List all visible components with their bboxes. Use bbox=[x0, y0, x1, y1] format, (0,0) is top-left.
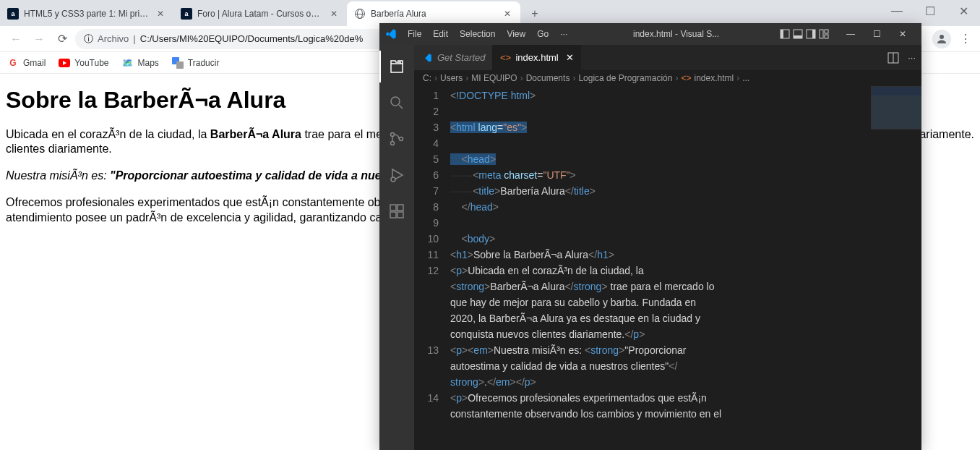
minimize-button[interactable]: — bbox=[838, 23, 864, 45]
menu-selection[interactable]: Selection bbox=[455, 26, 500, 42]
split-editor-icon[interactable] bbox=[887, 52, 899, 64]
maximize-button[interactable]: ☐ bbox=[864, 23, 890, 45]
svg-rect-9 bbox=[812, 30, 815, 38]
svg-rect-7 bbox=[794, 35, 802, 38]
menu-go[interactable]: Go bbox=[532, 26, 554, 42]
bookmark-youtube[interactable]: YouTube bbox=[59, 57, 108, 69]
tab-get-started[interactable]: Get Started bbox=[414, 45, 492, 70]
chrome-window-controls: — ☐ ✕ bbox=[880, 0, 980, 22]
svg-rect-3 bbox=[176, 61, 184, 69]
svg-rect-11 bbox=[825, 30, 828, 33]
close-icon[interactable]: ✕ bbox=[328, 8, 340, 20]
editor-area: Get Started <> index.html ✕ ··· C:› User… bbox=[414, 45, 921, 450]
vscode-menu-bar: File Edit Selection View Go ··· bbox=[403, 26, 572, 42]
new-tab-button[interactable]: + bbox=[525, 4, 545, 24]
close-button[interactable]: ✕ bbox=[890, 23, 916, 45]
tab-title: Foro | Alura Latam - Cursos onlin bbox=[197, 9, 323, 19]
tab-index-html[interactable]: <> index.html ✕ bbox=[492, 45, 580, 70]
info-icon: ⓘ bbox=[84, 33, 93, 46]
code-editor[interactable]: 123456789101112 13 14 <!DOCTYPE·html> <h… bbox=[414, 86, 921, 450]
menu-more[interactable]: ··· bbox=[555, 26, 572, 42]
maximize-button[interactable]: ☐ bbox=[914, 0, 947, 22]
bookmark-translate[interactable]: Traducir bbox=[172, 57, 220, 69]
extensions-icon[interactable] bbox=[379, 195, 414, 227]
svg-rect-20 bbox=[397, 212, 403, 218]
youtube-icon bbox=[59, 57, 70, 69]
close-button[interactable]: ✕ bbox=[947, 0, 980, 22]
svg-rect-18 bbox=[390, 205, 396, 211]
vscode-window-title: index.html - Visual S... bbox=[575, 29, 777, 39]
forward-button[interactable]: → bbox=[29, 29, 49, 49]
svg-point-16 bbox=[400, 137, 403, 141]
url-scheme-label: Archivo bbox=[98, 33, 129, 44]
alura-favicon: a bbox=[181, 8, 192, 20]
bookmark-maps[interactable]: 🗺️Maps bbox=[122, 57, 159, 69]
html-file-icon: <> bbox=[499, 52, 511, 64]
menu-edit[interactable]: Edit bbox=[428, 26, 453, 42]
svg-point-15 bbox=[391, 142, 395, 145]
code-content: <!DOCTYPE·html> <html·lang="es"> ····<he… bbox=[450, 86, 921, 450]
svg-point-14 bbox=[391, 133, 395, 137]
browser-tab-2[interactable]: a Foro | Alura Latam - Cursos onlin ✕ bbox=[173, 1, 347, 26]
panel-left-icon[interactable] bbox=[780, 29, 790, 39]
search-icon[interactable] bbox=[379, 87, 414, 119]
vscode-window-controls: — ☐ ✕ bbox=[838, 23, 916, 45]
panel-bottom-icon[interactable] bbox=[793, 29, 803, 39]
alura-favicon: a bbox=[7, 8, 19, 20]
vscode-window: File Edit Selection View Go ··· index.ht… bbox=[379, 23, 921, 450]
minimize-button[interactable]: — bbox=[880, 0, 914, 22]
translate-icon bbox=[172, 57, 184, 69]
vscode-logo-icon bbox=[385, 28, 397, 40]
maps-icon: 🗺️ bbox=[122, 57, 134, 69]
svg-rect-5 bbox=[781, 30, 783, 38]
svg-point-17 bbox=[391, 177, 395, 182]
menu-view[interactable]: View bbox=[502, 26, 530, 42]
svg-point-0 bbox=[940, 35, 944, 39]
close-icon[interactable]: ✕ bbox=[502, 8, 513, 20]
run-debug-icon[interactable] bbox=[379, 159, 414, 191]
browser-tab-1[interactable]: a HTML5 y CSS3 parte 1: Mi prime ✕ bbox=[0, 1, 173, 26]
tab-title: Barbería Alura bbox=[371, 9, 497, 19]
svg-rect-10 bbox=[820, 30, 823, 38]
menu-file[interactable]: File bbox=[403, 26, 426, 42]
layout-icon[interactable] bbox=[819, 29, 829, 39]
url-separator: | bbox=[133, 33, 135, 44]
url-text: C:/Users/MI%20EQUIPO/Documents/Logica%20… bbox=[140, 33, 364, 44]
tab-title: HTML5 y CSS3 parte 1: Mi prime bbox=[24, 9, 150, 19]
svg-rect-12 bbox=[825, 35, 828, 38]
browser-tab-3[interactable]: Barbería Alura ✕ bbox=[347, 1, 520, 26]
svg-point-13 bbox=[391, 97, 400, 106]
line-numbers: 123456789101112 13 14 bbox=[414, 86, 450, 450]
profile-avatar[interactable] bbox=[932, 30, 951, 48]
vscode-icon bbox=[421, 52, 433, 64]
bookmark-gmail[interactable]: GGmail bbox=[7, 57, 46, 69]
gmail-icon: G bbox=[7, 57, 19, 69]
layout-controls bbox=[780, 29, 829, 39]
explorer-icon[interactable] bbox=[379, 51, 414, 82]
editor-tabs: Get Started <> index.html ✕ ··· bbox=[414, 45, 921, 70]
svg-rect-21 bbox=[397, 205, 403, 211]
close-icon[interactable]: ✕ bbox=[155, 8, 166, 20]
breadcrumb[interactable]: C:› Users› MI EQUIPO› Documents› Logica … bbox=[414, 70, 921, 86]
close-icon[interactable]: ✕ bbox=[566, 52, 574, 63]
vscode-titlebar[interactable]: File Edit Selection View Go ··· index.ht… bbox=[379, 23, 921, 45]
svg-rect-19 bbox=[390, 212, 396, 218]
globe-favicon bbox=[354, 8, 366, 20]
back-button[interactable]: ← bbox=[6, 29, 26, 49]
source-control-icon[interactable] bbox=[379, 123, 414, 155]
browser-tab-strip: a HTML5 y CSS3 parte 1: Mi prime ✕ a For… bbox=[0, 0, 980, 26]
more-actions-icon[interactable]: ··· bbox=[908, 52, 916, 63]
minimap[interactable] bbox=[871, 86, 921, 450]
activity-bar bbox=[379, 45, 414, 450]
reload-button[interactable]: ⟳ bbox=[52, 29, 72, 49]
panel-right-icon[interactable] bbox=[806, 29, 816, 39]
chrome-menu-button[interactable]: ⋮ bbox=[955, 29, 976, 49]
